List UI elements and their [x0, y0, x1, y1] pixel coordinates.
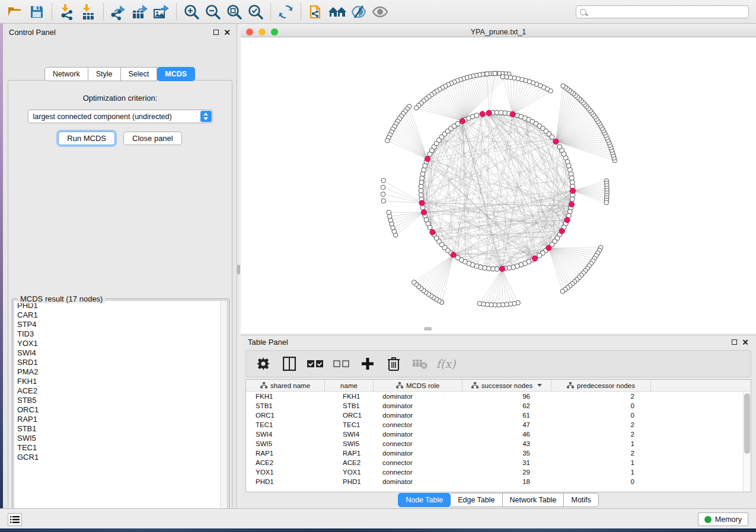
mcds-result-item[interactable]: YOX1	[14, 339, 227, 348]
close-table-panel-icon[interactable]: ⨯	[742, 339, 749, 345]
tab-network-table[interactable]: Network Table	[503, 493, 564, 507]
export-image-icon[interactable]	[151, 2, 172, 21]
tab-node-table[interactable]: Node Table	[398, 493, 451, 507]
import-table-icon[interactable]	[78, 2, 99, 21]
mcds-hub-node[interactable]	[570, 188, 575, 193]
save-icon[interactable]	[26, 2, 47, 21]
mcds-result-item[interactable]: ORC1	[14, 405, 227, 415]
zoom-selected-icon[interactable]	[245, 2, 266, 21]
mcds-result-item[interactable]: STB1	[14, 424, 227, 434]
cell-name: TEC1	[325, 421, 374, 428]
zoom-out-icon[interactable]	[202, 2, 224, 21]
deselect-all-icon[interactable]	[333, 355, 350, 373]
mcds-result-item[interactable]: ACE2	[14, 386, 227, 396]
mcds-hub-node[interactable]	[425, 156, 430, 162]
export-network-icon[interactable]	[108, 2, 129, 21]
mcds-result-item[interactable]: STB5	[14, 396, 227, 405]
select-all-icon[interactable]	[307, 355, 324, 373]
show-eye-icon[interactable]	[369, 2, 391, 21]
tab-select[interactable]: Select	[121, 67, 158, 81]
column-chooser-icon[interactable]	[280, 355, 298, 373]
mcds-result-item[interactable]: GCR1	[14, 453, 227, 462]
table-row[interactable]: RAP1RAP1dominator352	[246, 448, 751, 458]
network-graph-canvas[interactable]	[241, 37, 756, 333]
mcds-hub-node[interactable]	[460, 118, 465, 124]
mcds-result-item[interactable]: CAR1	[14, 310, 227, 320]
mcds-hub-node[interactable]	[499, 266, 505, 271]
mcds-hub-node[interactable]	[532, 256, 537, 261]
mcds-result-item[interactable]: PMA2	[14, 367, 227, 377]
table-row[interactable]: FKH1FKH1dominator962	[246, 392, 751, 401]
column-header-name[interactable]: name	[325, 380, 374, 391]
memory-button[interactable]: Memory	[698, 512, 748, 526]
mcds-result-item[interactable]: SRD1	[14, 358, 227, 367]
table-row[interactable]: ORC1ORC1dominator610	[246, 411, 751, 420]
toolbar-search-box[interactable]	[576, 5, 749, 18]
add-row-icon[interactable]	[359, 355, 377, 373]
table-row[interactable]: SWI4SWI4dominator462	[246, 430, 751, 439]
mcds-hub-node[interactable]	[564, 217, 570, 223]
close-panel-button[interactable]: Close panel	[123, 132, 182, 145]
mcds-hub-node[interactable]	[480, 111, 485, 117]
mcds-hub-node[interactable]	[510, 111, 515, 117]
cell-mcds-role: connector	[374, 421, 462, 428]
hide-annotations-icon[interactable]	[348, 2, 369, 21]
optimization-criterion-select[interactable]: largest connected component (undirected)	[28, 110, 213, 123]
float-table-panel-icon[interactable]	[732, 339, 737, 345]
home-icon[interactable]	[327, 2, 348, 21]
zoom-in-icon[interactable]	[181, 2, 202, 21]
mcds-list-scrollbar[interactable]	[220, 301, 227, 517]
close-panel-icon[interactable]: ⨯	[224, 30, 231, 35]
table-scrollbar-thumb[interactable]	[744, 393, 750, 454]
column-header-shared-name[interactable]: shared name	[246, 380, 325, 391]
table-row[interactable]: ACE2ACE2connector311	[246, 458, 751, 467]
settings-gear-icon[interactable]	[254, 355, 272, 373]
zoom-fit-icon[interactable]	[224, 2, 245, 21]
mcds-hub-node[interactable]	[419, 200, 425, 206]
tab-style[interactable]: Style	[88, 67, 121, 81]
mcds-result-item[interactable]: STP4	[14, 320, 227, 329]
mcds-hub-node[interactable]	[553, 139, 559, 144]
mcds-hub-node[interactable]	[546, 245, 551, 251]
table-row[interactable]: YOX1YOX1connector291	[246, 467, 751, 477]
mcds-hub-node[interactable]	[451, 252, 456, 258]
mcds-hub-node[interactable]	[486, 110, 492, 116]
table-row[interactable]: PHD1PHD1dominator180	[246, 477, 751, 486]
column-header-mcds-role[interactable]: MCDS role	[374, 380, 462, 391]
tab-network[interactable]: Network	[44, 67, 88, 81]
network-hscroll-thumb[interactable]	[424, 327, 432, 331]
status-bar: Memory	[0, 508, 756, 528]
tab-motifs[interactable]: Motifs	[564, 493, 598, 507]
split-scrollbar-thumb[interactable]	[237, 265, 240, 274]
refresh-icon[interactable]	[275, 2, 296, 21]
table-scrollbar[interactable]	[743, 392, 751, 492]
mcds-result-item[interactable]: FKH1	[14, 377, 227, 386]
mcds-hub-node[interactable]	[421, 210, 426, 215]
column-header-successor-nodes[interactable]: successor nodes	[462, 380, 551, 391]
mcds-hub-node[interactable]	[559, 228, 564, 233]
open-folder-icon[interactable]	[5, 2, 26, 21]
column-header-predecessor-nodes[interactable]: predecessor nodes	[551, 380, 651, 391]
mcds-result-item[interactable]: RAP1	[14, 415, 227, 424]
search-input[interactable]	[589, 8, 745, 16]
mcds-hub-node[interactable]	[569, 201, 574, 207]
float-panel-icon[interactable]	[213, 30, 219, 35]
tab-edge-table[interactable]: Edge Table	[451, 493, 502, 507]
run-mcds-button[interactable]: Run MCDS	[58, 132, 115, 145]
table-row[interactable]: SWI5SWI5connector431	[246, 439, 751, 448]
task-history-button[interactable]	[8, 513, 22, 526]
table-row[interactable]: TEC1TEC1connector472	[246, 420, 751, 430]
mcds-result-item[interactable]: TID3	[14, 329, 227, 339]
mcds-result-item[interactable]: SWI5	[14, 434, 227, 443]
mcds-result-item[interactable]: TEC1	[14, 443, 227, 453]
network-window-titlebar[interactable]: YPA_prune.txt_1	[241, 27, 756, 37]
delete-row-icon[interactable]	[385, 355, 403, 373]
mcds-result-list[interactable]: PHD1CAR1STP4TID3YOX1SWI4SRD1PMA2FKH1ACE2…	[14, 300, 228, 517]
import-network-icon[interactable]	[56, 2, 78, 21]
tab-mcds[interactable]: MCDS	[157, 67, 195, 81]
share-document-icon[interactable]	[305, 2, 327, 21]
table-row[interactable]: STB1STB1dominator620	[246, 401, 751, 411]
export-table-icon[interactable]	[129, 2, 151, 21]
mcds-hub-node[interactable]	[430, 229, 435, 235]
mcds-result-item[interactable]: SWI4	[14, 348, 227, 358]
